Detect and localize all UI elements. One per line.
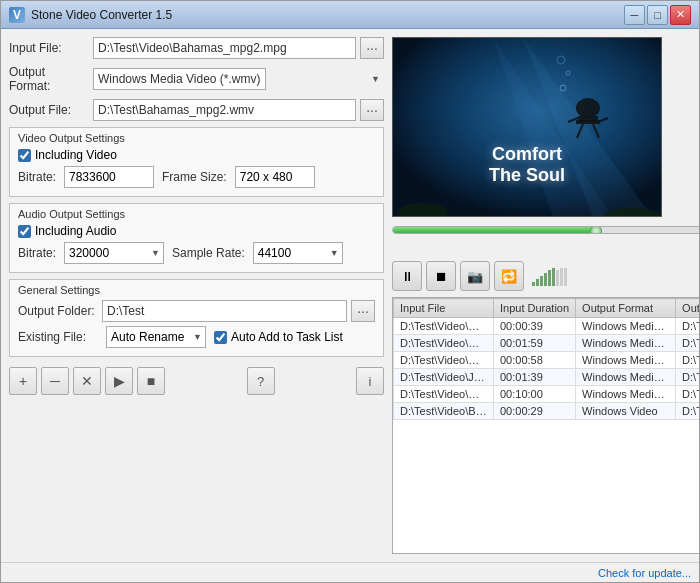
info-button[interactable]: i xyxy=(356,367,384,395)
audio-bitrate-select[interactable]: 128000192000256000320000 xyxy=(64,242,164,264)
cell-input-file: D:\Test\Video\mew... xyxy=(394,352,494,369)
table-scroll[interactable]: Input File Input Duration Output Format … xyxy=(393,298,699,553)
playback-controls: ⏸ ⏹ 📷 🔁 xyxy=(392,261,699,291)
volume-bars xyxy=(532,266,567,286)
check-update-link[interactable]: Check for update... xyxy=(598,567,691,579)
sample-rate-label: Sample Rate: xyxy=(172,246,245,260)
sample-rate-select[interactable]: 220504410048000 xyxy=(253,242,343,264)
volume-bar-3 xyxy=(540,276,543,286)
screenshot-button[interactable]: 📷 xyxy=(460,261,490,291)
col-output-file: Output File xyxy=(676,299,699,318)
svg-rect-6 xyxy=(576,120,600,124)
stop-convert-button[interactable]: ■ xyxy=(137,367,165,395)
cell-output-format: Windows Video xyxy=(576,403,676,420)
auto-add-label: Auto Add to Task List xyxy=(231,330,343,344)
frame-size-field[interactable] xyxy=(235,166,315,188)
left-panel: Input File: ··· Output Format: Windows M… xyxy=(9,37,384,554)
output-format-select[interactable]: Windows Media Video (*.wmv)AVIMP4MKV xyxy=(93,68,266,90)
audio-bitrate-label: Bitrate: xyxy=(18,246,56,260)
main-content: Input File: ··· Output Format: Windows M… xyxy=(1,29,699,562)
volume-bar-4 xyxy=(544,273,547,286)
video-frame: Comfort The Soul xyxy=(393,38,661,216)
auto-add-checkbox[interactable] xyxy=(214,331,227,344)
col-input-file: Input File xyxy=(394,299,494,318)
auto-add-row: Auto Add to Task List xyxy=(214,330,343,344)
table-row[interactable]: D:\Test\Video\Micke...00:01:59Windows Me… xyxy=(394,335,700,352)
cell-output-file: D:\Test\DivX_suta1_... xyxy=(676,386,699,403)
cell-duration: 00:01:59 xyxy=(494,335,576,352)
cell-output-format: Windows Media Video xyxy=(576,335,676,352)
pause-button[interactable]: ⏸ xyxy=(392,261,422,291)
table-row[interactable]: D:\Test\Video\DivX_s...00:10:00Windows M… xyxy=(394,386,700,403)
general-settings-group: General Settings Output Folder: ··· Exis… xyxy=(9,279,384,357)
add-task-button[interactable]: + xyxy=(9,367,37,395)
start-convert-button[interactable]: ▶ xyxy=(105,367,133,395)
right-panel: Comfort The Soul 00:00:08 / 00:00:29 ⏸ xyxy=(392,37,699,554)
output-folder-row: Output Folder: ··· xyxy=(18,300,375,322)
output-file-row: Output File: ··· xyxy=(9,99,384,121)
table-row[interactable]: D:\Test\Video\J Mad...00:01:39Windows Me… xyxy=(394,369,700,386)
output-folder-field[interactable] xyxy=(102,300,347,322)
cell-duration: 00:00:58 xyxy=(494,352,576,369)
cell-output-file: D:\Test\Mickey Mous... xyxy=(676,335,699,352)
help-button[interactable]: ? xyxy=(247,367,275,395)
col-input-duration: Input Duration xyxy=(494,299,576,318)
cell-duration: 00:01:39 xyxy=(494,369,576,386)
input-file-browse-button[interactable]: ··· xyxy=(360,37,384,59)
video-settings-group: Video Output Settings Including Video Bi… xyxy=(9,127,384,197)
minimize-button[interactable]: ─ xyxy=(624,5,645,25)
window-title: Stone Video Converter 1.5 xyxy=(31,8,172,22)
maximize-button[interactable]: □ xyxy=(647,5,668,25)
input-file-label: Input File: xyxy=(9,41,89,55)
clear-tasks-button[interactable]: ✕ xyxy=(73,367,101,395)
stop-button[interactable]: ⏹ xyxy=(426,261,456,291)
close-button[interactable]: ✕ xyxy=(670,5,691,25)
seek-thumb[interactable] xyxy=(590,226,602,234)
toolbar-row: + ─ ✕ ▶ ■ ? i xyxy=(9,363,384,399)
cell-output-format: Windows Media Video xyxy=(576,369,676,386)
table-row[interactable]: D:\Test\Video\mew...00:00:58Windows Medi… xyxy=(394,352,700,369)
remove-task-button[interactable]: ─ xyxy=(41,367,69,395)
existing-file-select[interactable]: Auto RenameOverwriteSkip xyxy=(106,326,206,348)
input-file-field[interactable] xyxy=(93,37,356,59)
table-row[interactable]: D:\Test\Video\Baha...00:00:29Windows Vid… xyxy=(394,403,700,420)
audio-settings-group: Audio Output Settings Including Audio Bi… xyxy=(9,203,384,273)
table-row[interactable]: D:\Test\Video\MJPE...00:00:39Windows Med… xyxy=(394,318,700,335)
cell-input-file: D:\Test\Video\Micke... xyxy=(394,335,494,352)
scene-svg xyxy=(393,38,662,217)
existing-file-label: Existing File: xyxy=(18,330,98,344)
table-header: Input File Input Duration Output Format … xyxy=(394,299,700,318)
volume-bar-9 xyxy=(564,268,567,286)
frame-size-label: Frame Size: xyxy=(162,170,227,184)
volume-bar-7 xyxy=(556,270,559,286)
include-video-label: Including Video xyxy=(35,148,117,162)
audio-bitrate-wrapper: 128000192000256000320000 xyxy=(64,242,164,264)
existing-file-row: Existing File: Auto RenameOverwriteSkip … xyxy=(18,326,375,348)
task-table-body: D:\Test\Video\MJPE...00:00:39Windows Med… xyxy=(394,318,700,420)
app-icon: V xyxy=(9,7,25,23)
cell-output-format: Windows Media Video xyxy=(576,352,676,369)
output-file-browse-button[interactable]: ··· xyxy=(360,99,384,121)
include-audio-row: Including Audio xyxy=(18,224,375,238)
output-file-field[interactable] xyxy=(93,99,356,121)
repeat-button[interactable]: 🔁 xyxy=(494,261,524,291)
include-video-checkbox[interactable] xyxy=(18,149,31,162)
title-buttons: ─ □ ✕ xyxy=(624,5,691,25)
overlay-line2: The Soul xyxy=(489,165,565,186)
cell-output-file: D:\Test\mewmew-vo... xyxy=(676,352,699,369)
video-overlay-text: Comfort The Soul xyxy=(489,144,565,186)
table-wrapper: Input File Input Duration Output Format … xyxy=(393,298,699,553)
output-folder-label: Output Folder: xyxy=(18,304,98,318)
include-audio-checkbox[interactable] xyxy=(18,225,31,238)
output-folder-browse-button[interactable]: ··· xyxy=(351,300,375,322)
video-settings-title: Video Output Settings xyxy=(18,132,375,144)
cell-output-file: D:\Test\Bahamas_mp... xyxy=(676,403,699,420)
col-output-format: Output Format xyxy=(576,299,676,318)
task-table: Input File Input Duration Output Format … xyxy=(393,298,699,420)
audio-bitrate-row: Bitrate: 128000192000256000320000 Sample… xyxy=(18,242,375,264)
seek-bar[interactable] xyxy=(392,226,699,234)
title-bar: V Stone Video Converter 1.5 ─ □ ✕ xyxy=(1,1,699,29)
volume-bar-1 xyxy=(532,282,535,286)
cell-input-file: D:\Test\Video\DivX_s... xyxy=(394,386,494,403)
video-bitrate-field[interactable] xyxy=(64,166,154,188)
